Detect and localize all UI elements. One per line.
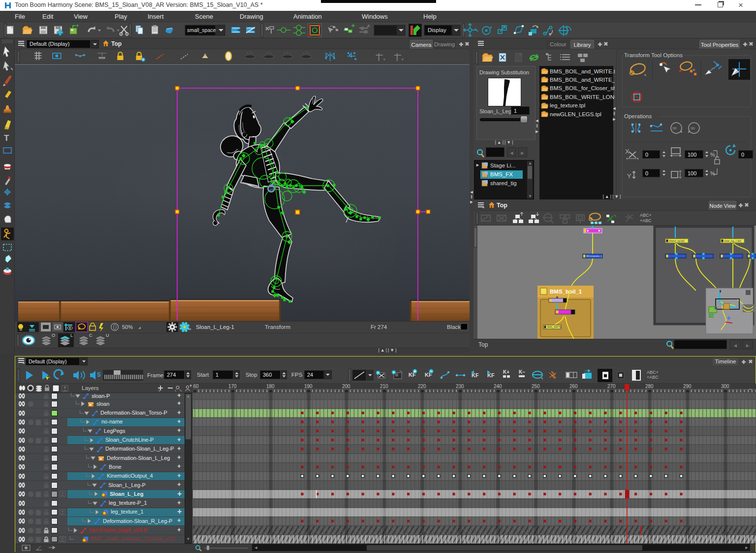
svg-text:Layers: Layers (82, 385, 99, 391)
svg-text:T: T (4, 133, 9, 143)
svg-text:210: 210 (380, 384, 388, 389)
svg-text:+: + (383, 57, 385, 62)
svg-text:ABC+: ABC+ (647, 370, 659, 375)
svg-text:230: 230 (456, 384, 464, 389)
svg-text:250: 250 (532, 384, 540, 389)
svg-text:290: 290 (683, 384, 692, 389)
svg-text:190: 190 (304, 384, 313, 389)
svg-text:180: 180 (266, 384, 275, 389)
svg-text:X: X (625, 148, 630, 155)
svg-text:Frame: Frame (147, 372, 163, 378)
svg-text:Y: Y (627, 172, 631, 180)
svg-text:S: S (97, 371, 101, 378)
svg-text:50%: 50% (122, 324, 133, 330)
svg-text:260: 260 (569, 384, 578, 389)
svg-text:↔: ↔ (748, 386, 753, 391)
svg-text:+ABC: +ABC (647, 375, 659, 380)
svg-text:A: A (367, 24, 370, 28)
svg-text:K+: K+ (503, 369, 509, 375)
svg-text:K–: K– (519, 369, 525, 375)
svg-text:small_space: small_space (187, 27, 216, 33)
svg-text:170: 170 (228, 384, 237, 389)
svg-text:240: 240 (494, 384, 502, 389)
svg-text:Sloan_L_Leg-1: Sloan_L_Leg-1 (196, 324, 234, 330)
svg-text:160: 160 (193, 384, 199, 389)
svg-text:U: U (106, 333, 109, 338)
svg-text:Black: Black (447, 324, 461, 330)
svg-text:ABC+: ABC+ (640, 213, 652, 218)
svg-text:Fr 274: Fr 274 (371, 324, 387, 330)
svg-text:BMS_WRITE: BMS_WRITE (547, 326, 562, 328)
svg-text:200: 200 (342, 384, 350, 389)
svg-text:BMS_boil_1: BMS_boil_1 (550, 289, 582, 294)
svg-text:280: 280 (645, 384, 654, 389)
svg-text:220: 220 (418, 384, 426, 389)
svg-text:Display: Display (428, 27, 446, 33)
svg-text:sloan_leg_1 [tpl]: sloan_leg_1 [tpl] (724, 240, 741, 242)
svg-text:Composite_1: Composite_1 (588, 255, 602, 258)
svg-text:300: 300 (721, 384, 729, 389)
svg-text:+: + (401, 57, 404, 62)
svg-text:90: 90 (672, 126, 677, 130)
svg-text:L: L (70, 333, 73, 338)
svg-text:90: 90 (691, 126, 695, 130)
svg-text:C: C (89, 333, 93, 338)
svg-text:+ABC: +ABC (640, 218, 652, 223)
svg-text:270: 270 (607, 384, 616, 389)
svg-text:shared_tig [tpl]: shared_tig [tpl] (669, 240, 684, 242)
svg-text:Transform: Transform (265, 324, 290, 330)
svg-text:O: O (52, 333, 55, 338)
